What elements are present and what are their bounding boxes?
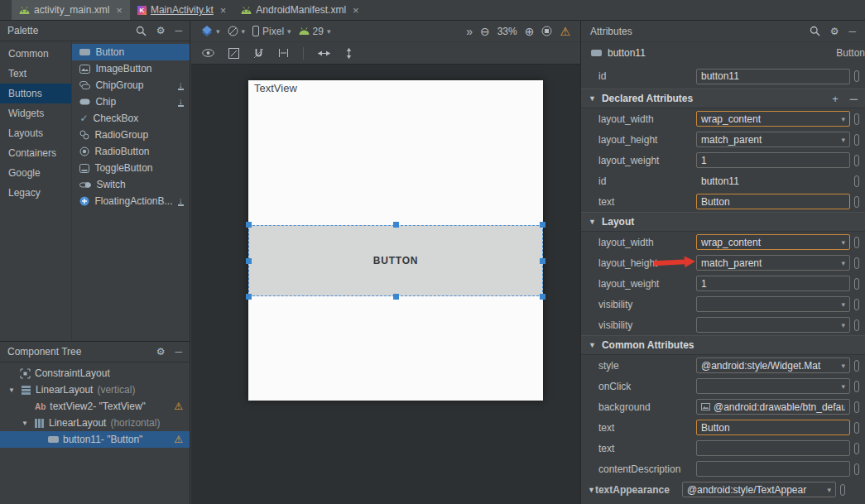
chevron-down-icon[interactable]: ▼ [8, 386, 17, 394]
pick-resource-button[interactable] [854, 196, 859, 208]
tree-item-linearlayout-horizontal[interactable]: ▼ LinearLayout (horizontal) [0, 415, 190, 431]
tools-text-input[interactable] [696, 440, 850, 456]
pick-resource-button[interactable] [854, 299, 859, 310]
category-containers[interactable]: Containers [0, 143, 71, 163]
section-expand-icon[interactable]: ▼ [589, 218, 596, 226]
warnings-button[interactable]: ⚠ [560, 26, 570, 37]
category-text[interactable]: Text [0, 64, 71, 84]
close-icon[interactable]: × [116, 5, 123, 16]
pick-resource-button[interactable] [854, 134, 859, 146]
tree-item-linearlayout-vertical[interactable]: ▼ LinearLayout (vertical) [0, 382, 190, 398]
layout-height-dropdown[interactable]: match_parent ▾ [696, 255, 850, 271]
pick-resource-button[interactable] [854, 257, 859, 269]
layout-width-dropdown[interactable]: wrap_content ▾ [696, 234, 850, 250]
category-layouts[interactable]: Layouts [0, 123, 71, 143]
tab-androidmanifest-xml[interactable]: AndroidManifest.xml × [233, 0, 366, 20]
layout-width-dropdown[interactable]: wrap_content ▾ [696, 111, 850, 127]
selection-handle[interactable] [393, 294, 399, 300]
palette-item-chip[interactable]: Chip ↓ [72, 94, 190, 110]
palette-item-togglebutton[interactable]: ToggleButton [72, 160, 190, 176]
close-icon[interactable]: × [353, 5, 359, 16]
add-attribute-button[interactable]: + [832, 93, 839, 105]
pick-resource-button[interactable] [840, 484, 845, 496]
orientation-selector[interactable]: ▾ [228, 26, 246, 36]
visibility-dropdown[interactable]: ▾ [696, 296, 850, 312]
zoom-in-button[interactable]: ⊕ [525, 26, 535, 37]
palette-item-button[interactable]: Button [72, 44, 190, 60]
palette-item-imagebutton[interactable]: ImageButton [72, 60, 190, 77]
textappearance-dropdown[interactable]: @android:style/TextAppear ▾ [682, 482, 836, 497]
background-input[interactable]: @android:drawable/btn_defau [696, 399, 850, 415]
tree-item-constraintlayout[interactable]: ConstraintLayout [0, 365, 190, 382]
palette-item-floatingactionbutton[interactable]: FloatingActionB... ↓ [72, 193, 190, 209]
warning-icon[interactable]: ⚠ [174, 434, 183, 444]
pick-resource-button[interactable] [854, 360, 859, 372]
tree-item-textview2[interactable]: Ab textView2- "TextView" ⚠ [0, 398, 190, 415]
category-google[interactable]: Google [0, 163, 71, 183]
selection-handle[interactable] [246, 258, 252, 264]
text-input[interactable]: Button [696, 194, 850, 209]
view-options-eye-icon[interactable] [202, 49, 214, 57]
remove-attribute-button[interactable]: ─ [850, 93, 858, 105]
pick-resource-button[interactable] [854, 422, 859, 434]
autoconnect-magnet-icon[interactable] [253, 48, 264, 59]
onclick-dropdown[interactable]: ▾ [696, 378, 850, 394]
pick-resource-button[interactable] [854, 237, 859, 248]
minimize-icon[interactable]: ─ [175, 26, 182, 36]
pick-resource-button[interactable] [854, 278, 859, 290]
category-common[interactable]: Common [0, 44, 71, 64]
text-input[interactable]: Button [696, 420, 850, 435]
chevron-down-icon[interactable]: ▼ [22, 420, 30, 427]
selection-handle[interactable] [246, 294, 252, 300]
clear-constraints-icon[interactable] [228, 48, 239, 59]
section-expand-icon[interactable]: ▼ [589, 94, 596, 103]
tools-visibility-dropdown[interactable]: ▾ [696, 317, 850, 333]
search-icon[interactable] [810, 26, 820, 36]
id-value[interactable]: button11 [696, 173, 850, 189]
section-expand-icon[interactable]: ▼ [589, 341, 596, 349]
pick-resource-button[interactable] [854, 155, 859, 166]
selection-handle[interactable] [246, 222, 252, 228]
content-description-input[interactable] [696, 461, 850, 477]
section-common-attributes[interactable]: ▼ Common Attributes [581, 335, 865, 355]
palette-item-radiogroup[interactable]: RadioGroup [72, 127, 190, 143]
category-widgets[interactable]: Widgets [0, 103, 71, 123]
section-layout[interactable]: ▼ Layout [581, 212, 865, 232]
layout-weight-input[interactable]: 1 [696, 276, 850, 291]
gear-icon[interactable]: ⚙ [830, 26, 839, 36]
pick-resource-button[interactable] [854, 443, 859, 454]
close-icon[interactable]: × [220, 5, 227, 16]
search-icon[interactable] [136, 26, 147, 36]
toolbar-overflow-icon[interactable]: » [466, 26, 473, 37]
palette-item-switch[interactable]: Switch [72, 176, 190, 193]
category-legacy[interactable]: Legacy [0, 183, 71, 203]
selection-handle[interactable] [540, 222, 545, 228]
pick-resource-button[interactable] [854, 319, 859, 331]
api-level-selector[interactable]: 29 ▾ [299, 26, 331, 37]
align-distribute-icon[interactable] [344, 48, 353, 59]
layout-weight-input[interactable]: 1 [696, 152, 850, 168]
warning-icon[interactable]: ⚠ [174, 401, 183, 411]
selection-handle[interactable] [540, 294, 545, 300]
pick-resource-button[interactable] [854, 401, 859, 413]
palette-item-radiobutton[interactable]: RadioButton [72, 143, 190, 160]
pick-resource-button[interactable] [854, 463, 859, 475]
section-expand-icon[interactable]: ▼ [588, 486, 595, 494]
pack-horizontal-icon[interactable] [318, 50, 330, 57]
layout-height-dropdown[interactable]: match_parent ▾ [696, 132, 850, 147]
pick-resource-button[interactable] [854, 381, 859, 392]
tab-mainactivity-kt[interactable]: K MainActivity.kt × [130, 0, 233, 20]
style-dropdown[interactable]: @android:style/Widget.Mat ▾ [696, 358, 850, 373]
selection-handle[interactable] [393, 222, 399, 228]
id-input[interactable]: button11 [696, 69, 850, 84]
design-canvas[interactable]: TextView BUTTON [248, 80, 543, 401]
gear-icon[interactable]: ⚙ [156, 26, 166, 36]
design-surface-selector[interactable]: ▾ [201, 26, 220, 36]
zoom-out-button[interactable]: ⊖ [480, 26, 490, 37]
palette-item-checkbox[interactable]: ✓ CheckBox [72, 110, 190, 127]
pick-resource-button[interactable] [854, 70, 859, 82]
pick-resource-button[interactable] [854, 113, 859, 125]
gear-icon[interactable]: ⚙ [156, 347, 166, 357]
section-declared-attributes[interactable]: ▼ Declared Attributes + ─ [581, 89, 865, 108]
selection-handle[interactable] [540, 258, 545, 264]
